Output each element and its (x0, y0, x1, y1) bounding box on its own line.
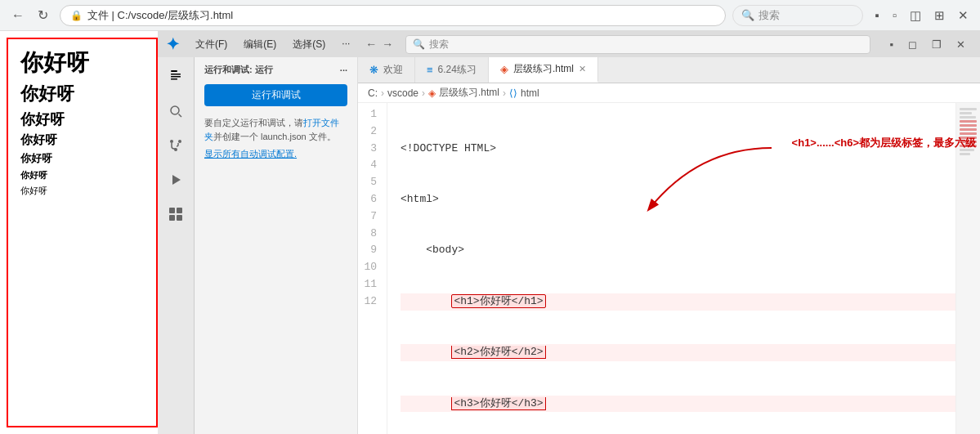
breadcrumb-sep2: › (422, 87, 425, 99)
tab-hierarchy[interactable]: ◈ 层级练习.html ✕ (489, 57, 598, 83)
refresh-button[interactable]: ↻ (33, 4, 53, 26)
vscode-win-restore[interactable]: ❐ (925, 37, 948, 52)
win-min-button[interactable]: ▪ (870, 7, 884, 24)
breadcrumb-part1[interactable]: C: (368, 87, 378, 99)
svg-rect-3 (171, 78, 177, 80)
line-num-10: 10 (358, 259, 380, 276)
search-placeholder-text: 搜索 (758, 8, 780, 23)
menu-file[interactable]: 文件(F) (192, 36, 230, 53)
back-button[interactable]: ← (7, 5, 29, 26)
breadcrumb-html-icon: ⟨⟩ (509, 87, 517, 99)
code-editor[interactable]: 1 2 3 4 5 6 7 8 9 10 11 (358, 103, 955, 434)
breadcrumb-sep3: › (503, 87, 506, 99)
line-num-4: 4 (358, 157, 380, 174)
tab-bar: ❋ 欢迎 ≡ 6.24练习 ◈ 层级练习.html ✕ (358, 57, 980, 83)
tab-practice-label: 6.24练习 (438, 63, 477, 77)
debug-run-button[interactable]: 运行和调试 (204, 84, 347, 106)
svg-rect-11 (177, 208, 182, 213)
preview-h7: 你好呀 (20, 185, 144, 197)
sidebar-more-icon[interactable]: ··· (340, 65, 347, 75)
preview-h3: 你好呀 (20, 110, 144, 129)
code-line-3: <body> (401, 242, 955, 259)
sidebar-desc-text2: 并创建一个 launch.json 文件。 (213, 132, 336, 141)
line-num-9: 9 (358, 242, 380, 259)
editor-back-button[interactable]: ← (365, 38, 377, 51)
line-num-1: 1 (358, 106, 380, 123)
tab-welcome-label: 欢迎 (383, 63, 403, 77)
vscode-win-close[interactable]: ✕ (950, 37, 972, 52)
address-text: 文件 | C:/vscode/层级练习.html (87, 8, 233, 23)
svg-rect-1 (171, 74, 181, 75)
breadcrumb-part2[interactable]: vscode (387, 87, 418, 99)
code-line-1: <!DOCTYPE HTML> (401, 141, 955, 158)
breadcrumb-part3[interactable]: 层级练习.html (439, 86, 499, 100)
code-line-6: <h3>你好呀</h3> (401, 396, 955, 413)
sidebar-show-configs-link[interactable]: 显示所有自动调试配置. (195, 148, 357, 165)
editor-forward-button[interactable]: → (382, 38, 393, 51)
sidebar-description: 要自定义运行和调试，请打开文件夹并创建一个 launch.json 文件。 (195, 111, 357, 148)
win-close-button[interactable]: ✕ (953, 7, 973, 25)
svg-point-6 (170, 140, 173, 143)
preview-h6: 你好呀 (20, 169, 144, 181)
line-num-7: 7 (358, 208, 380, 226)
browser-toolbar: ← ↻ 🔒 文件 | C:/vscode/层级练习.html 🔍 搜索 ▪ ▫ … (0, 0, 980, 31)
preview-h5: 你好呀 (20, 151, 144, 166)
line-numbers: 1 2 3 4 5 6 7 8 9 10 11 (358, 103, 387, 434)
preview-h1: 你好呀 (20, 47, 144, 78)
tab-hierarchy-icon: ◈ (500, 63, 508, 75)
activity-bar (158, 57, 195, 434)
svg-rect-2 (171, 76, 181, 78)
preview-panel: 你好呀 你好呀 你好呀 你好呀 你好呀 你好呀 你好呀 (7, 38, 158, 427)
line-num-6: 6 (358, 191, 380, 208)
menu-select[interactable]: 选择(S) (289, 36, 329, 53)
vscode-win-min[interactable]: ▪ (883, 37, 900, 52)
breadcrumb-part4[interactable]: html (521, 87, 539, 99)
editor-area: ❋ 欢迎 ≡ 6.24练习 ◈ 层级练习.html ✕ (358, 57, 980, 434)
vscode-search-bar[interactable]: 🔍 搜索 (405, 35, 870, 54)
code-content: <!DOCTYPE HTML> <html> <body> <h1>你好呀</h… (387, 103, 955, 434)
svg-point-4 (171, 106, 179, 114)
breadcrumb-sep1: › (381, 87, 384, 99)
activity-search-icon[interactable] (163, 98, 189, 124)
svg-rect-13 (177, 215, 182, 221)
win-restore-button[interactable]: ▫ (888, 7, 902, 24)
vscode-body: 运行和调试: 运行 ··· 运行和调试 要自定义运行和调试，请打开文件夹并创建一… (158, 57, 980, 434)
code-line-4: <h1>你好呀</h1> (401, 293, 955, 311)
sidebar-title: 运行和调试: 运行 (204, 64, 273, 76)
menu-edit[interactable]: 编辑(E) (240, 36, 280, 53)
line-num-12: 12 (358, 293, 380, 311)
minimap (955, 103, 980, 434)
lock-icon: 🔒 (70, 10, 83, 21)
activity-run-icon[interactable] (163, 167, 189, 193)
win-tile-button[interactable]: ⊞ (929, 7, 950, 25)
search-bar[interactable]: 🔍 搜索 (732, 5, 863, 26)
tab-welcome[interactable]: ❋ 欢迎 (358, 57, 415, 83)
search-icon: 🔍 (741, 9, 754, 21)
preview-h2: 你好呀 (20, 82, 144, 106)
window-controls: ▪ ▫ ◫ ⊞ ✕ (870, 7, 973, 25)
activity-git-icon[interactable] (163, 132, 189, 159)
vscode-win-max[interactable]: ◻ (902, 37, 924, 52)
preview-h4: 你好呀 (20, 132, 144, 148)
win-max-button[interactable]: ◫ (905, 7, 926, 25)
svg-marker-9 (172, 175, 181, 185)
browser-window: ← ↻ 🔒 文件 | C:/vscode/层级练习.html 🔍 搜索 ▪ ▫ … (0, 0, 980, 434)
address-bar[interactable]: 🔒 文件 | C:/vscode/层级练习.html (60, 5, 726, 26)
breadcrumb-file-icon: ◈ (428, 87, 436, 99)
vscode-logo: ✦ (166, 34, 180, 54)
svg-rect-10 (169, 208, 175, 213)
vscode-search-icon: 🔍 (413, 38, 425, 50)
nav-buttons: ← ↻ (7, 4, 53, 26)
svg-rect-0 (171, 70, 177, 72)
activity-extensions-icon[interactable] (163, 201, 189, 227)
vscode-nav: ← → (365, 38, 393, 51)
activity-files-icon[interactable] (163, 64, 189, 90)
tab-practice[interactable]: ≡ 6.24练习 (415, 57, 489, 83)
vscode-menu: 文件(F) 编辑(E) 选择(S) ··· (192, 36, 353, 53)
code-line-2: <html> (401, 191, 955, 208)
menu-more[interactable]: ··· (338, 36, 353, 53)
tab-welcome-icon: ❋ (369, 64, 378, 76)
tab-close-button[interactable]: ✕ (579, 64, 586, 74)
main-content: 你好呀 你好呀 你好呀 你好呀 你好呀 你好呀 你好呀 ✦ 文件(F) 编辑(E… (0, 31, 980, 434)
sidebar-header: 运行和调试: 运行 ··· (195, 57, 357, 79)
